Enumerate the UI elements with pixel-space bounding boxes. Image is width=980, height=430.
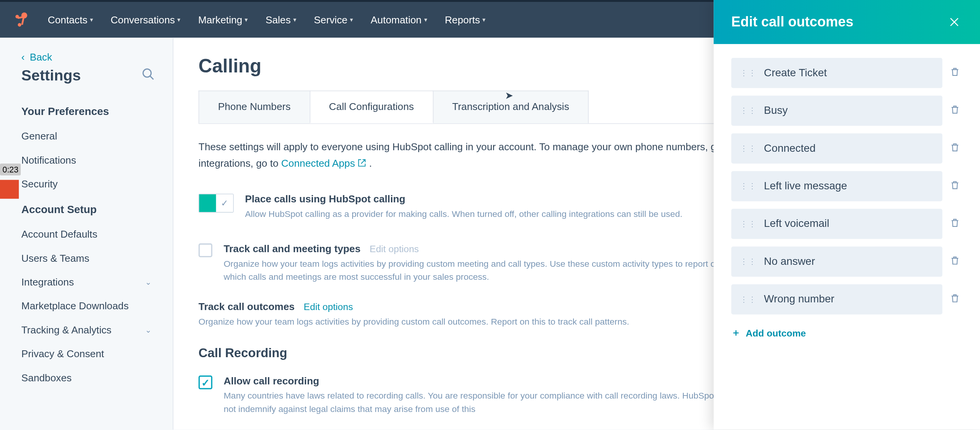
check-icon: ✓ [221, 198, 229, 208]
prefs-header: Your Preferences [0, 98, 173, 125]
track-outcomes-help: Organize how your team logs activities b… [199, 315, 739, 328]
nav-automation[interactable]: Automation▾ [371, 14, 427, 26]
drag-handle-icon[interactable]: ⋮⋮ [740, 260, 756, 264]
outcome-row: ⋮⋮Create Ticket [731, 58, 962, 88]
chevron-down-icon: ▾ [424, 16, 427, 23]
svg-line-9 [150, 76, 154, 79]
edit-options-track-types[interactable]: Edit options [370, 243, 419, 254]
outcome-item[interactable]: ⋮⋮Wrong number [731, 284, 942, 315]
outcome-label: Create Ticket [764, 67, 827, 79]
drag-handle-icon[interactable]: ⋮⋮ [740, 184, 756, 188]
trash-icon[interactable] [950, 104, 962, 118]
outcome-label: Wrong number [764, 293, 835, 306]
back-link[interactable]: ‹ Back [0, 52, 173, 67]
connected-apps-link[interactable]: Connected Apps [281, 155, 366, 171]
trash-icon[interactable] [950, 255, 962, 269]
svg-rect-4 [21, 17, 24, 25]
trash-icon[interactable] [950, 141, 962, 155]
video-marker [0, 180, 19, 199]
chevron-down-icon: ▾ [482, 16, 485, 23]
chevron-down-icon: ▾ [177, 16, 180, 23]
cursor-icon: ➤ [505, 89, 513, 101]
edit-outcomes-panel: Edit call outcomes ⋮⋮Create Ticket⋮⋮Busy… [714, 0, 980, 430]
checkbox-track-types[interactable] [199, 243, 212, 257]
sidebar-item-users-teams[interactable]: Users & Teams [0, 246, 173, 270]
chevron-down-icon: ▾ [293, 16, 296, 23]
outcome-item[interactable]: ⋮⋮No answer [731, 246, 942, 277]
chevron-left-icon: ‹ [21, 52, 25, 63]
trash-icon[interactable] [950, 179, 962, 193]
outcome-label: No answer [764, 255, 815, 268]
settings-title: Settings [21, 67, 81, 84]
outcome-item[interactable]: ⋮⋮Busy [731, 95, 942, 126]
sidebar-item-marketplace-downloads[interactable]: Marketplace Downloads [0, 294, 173, 318]
drag-handle-icon[interactable]: ⋮⋮ [740, 222, 756, 226]
sidebar-item-notifications[interactable]: Notifications [0, 148, 173, 172]
hubspot-logo[interactable] [11, 10, 30, 29]
allow-recording-help: Many countries have laws related to reco… [224, 389, 739, 416]
outcome-row: ⋮⋮Left voicemail [731, 209, 962, 239]
setup-header: Account Setup [0, 196, 173, 223]
allow-recording-title: Allow call recording [224, 376, 739, 387]
svg-point-3 [18, 23, 21, 26]
sidebar-item-integrations[interactable]: Integrations⌄ [0, 271, 173, 294]
nav-reports[interactable]: Reports▾ [445, 14, 486, 26]
place-calls-title: Place calls using HubSpot calling [245, 194, 683, 205]
drag-handle-icon[interactable]: ⋮⋮ [740, 297, 756, 301]
outcome-item[interactable]: ⋮⋮Left voicemail [731, 209, 942, 239]
toggle-place-calls[interactable]: ✓ [199, 194, 234, 213]
outcome-label: Left live message [764, 180, 847, 192]
drag-handle-icon[interactable]: ⋮⋮ [740, 109, 756, 113]
outcome-row: ⋮⋮No answer [731, 246, 962, 277]
trash-icon[interactable] [950, 66, 962, 80]
nav-sales[interactable]: Sales▾ [266, 14, 296, 26]
panel-title: Edit call outcomes [731, 14, 853, 30]
page-description: These settings will apply to everyone us… [199, 124, 739, 182]
nav-service[interactable]: Service▾ [314, 14, 353, 26]
drag-handle-icon[interactable]: ⋮⋮ [740, 146, 756, 150]
search-settings-icon[interactable] [141, 67, 155, 84]
tab-call-configurations[interactable]: Call Configurations [309, 90, 433, 123]
place-calls-help: Allow HubSpot calling as a provider for … [245, 208, 683, 221]
edit-options-track-outcomes[interactable]: Edit options [304, 301, 353, 312]
plus-icon: ＋ [731, 327, 741, 339]
close-icon[interactable] [946, 14, 962, 30]
outcome-row: ⋮⋮Wrong number [731, 284, 962, 315]
sidebar-item-general[interactable]: General [0, 125, 173, 148]
sidebar-item-privacy-consent[interactable]: Privacy & Consent [0, 342, 173, 366]
outcome-item[interactable]: ⋮⋮Create Ticket [731, 58, 942, 88]
track-types-help: Organize how your team logs activities b… [224, 258, 739, 284]
sidebar-item-tracking-analytics[interactable]: Tracking & Analytics⌄ [0, 318, 173, 342]
drag-handle-icon[interactable]: ⋮⋮ [740, 71, 756, 75]
chevron-down-icon: ▾ [350, 16, 353, 23]
nav-conversations[interactable]: Conversations▾ [111, 14, 181, 26]
sidebar-item-sandboxes[interactable]: Sandboxes [0, 366, 173, 390]
outcome-item[interactable]: ⋮⋮Connected [731, 133, 942, 164]
trash-icon[interactable] [950, 217, 962, 231]
outcome-item[interactable]: ⋮⋮Left live message [731, 171, 942, 201]
tab-phone-numbers[interactable]: Phone Numbers [199, 90, 310, 123]
external-link-icon [358, 159, 366, 167]
outcome-row: ⋮⋮Connected [731, 133, 962, 164]
trash-icon[interactable] [950, 292, 962, 306]
nav-marketing[interactable]: Marketing▾ [198, 14, 248, 26]
nav-contacts[interactable]: Contacts▾ [48, 14, 93, 26]
sidebar-item-account-defaults[interactable]: Account Defaults [0, 223, 173, 246]
outcome-row: ⋮⋮Left live message [731, 171, 962, 201]
track-types-title: Track call and meeting types [224, 243, 361, 254]
checkbox-allow-recording[interactable] [199, 376, 212, 389]
outcome-label: Left voicemail [764, 218, 830, 230]
outcome-label: Busy [764, 104, 788, 117]
settings-sidebar: ‹ Back Settings 0:23 Your Preferences Ge… [0, 38, 173, 429]
sidebar-item-security[interactable]: Security [0, 172, 173, 196]
chevron-down-icon: ▾ [245, 16, 248, 23]
outcome-row: ⋮⋮Busy [731, 95, 962, 126]
chevron-down-icon: ▾ [90, 16, 93, 23]
chevron-down-icon: ⌄ [145, 326, 151, 335]
timestamp-badge: 0:23 [0, 164, 21, 176]
outcome-label: Connected [764, 142, 816, 155]
track-outcomes-title: Track call outcomes [199, 301, 295, 312]
svg-point-8 [143, 69, 151, 77]
chevron-down-icon: ⌄ [145, 278, 151, 287]
add-outcome-button[interactable]: ＋Add outcome [731, 322, 962, 339]
